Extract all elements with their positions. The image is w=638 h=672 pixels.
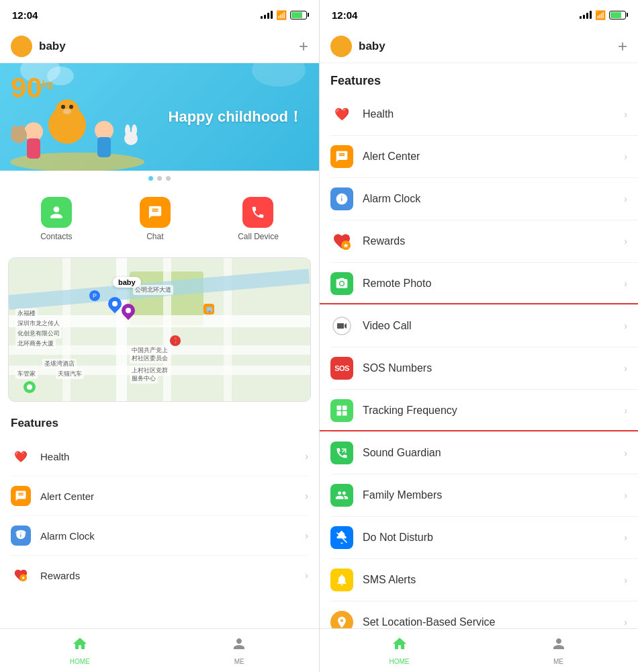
feature-remote-photo-right[interactable]: Remote Photo ›: [330, 263, 638, 305]
right-phone: 12:04 📶 baby + App Store Features: [319, 0, 638, 672]
feature-alert-center-right[interactable]: Alert Center ›: [330, 136, 638, 178]
tab-me-right[interactable]: ME: [479, 629, 638, 672]
features-title-left: Features: [11, 417, 308, 430]
health-name-right: Health: [363, 108, 624, 120]
banner-dots: [0, 171, 319, 186]
map-pin-2: [122, 304, 135, 317]
user-name-right: baby: [359, 40, 618, 53]
health-icon-left: ❤️: [11, 446, 31, 466]
feature-alert-center-left[interactable]: Alert Center ›: [11, 476, 308, 516]
map-label-4: 北环商务大厦: [15, 339, 56, 349]
tab-home-label-right: HOME: [390, 658, 410, 665]
home-icon-left: [72, 636, 88, 656]
feature-health-right[interactable]: ❤️ Health ›: [330, 93, 638, 136]
sms-chevron-right: ›: [624, 575, 627, 585]
svg-point-8: [24, 122, 43, 141]
map-label-8: 车管家: [15, 369, 38, 379]
status-icons-right: 📶: [580, 10, 626, 20]
svg-rect-22: [343, 406, 347, 411]
app-header-right: baby +: [320, 30, 638, 63]
chat-icon: [140, 197, 171, 228]
remote-photo-name-right: Remote Photo: [363, 278, 624, 290]
svg-point-10: [95, 121, 113, 140]
map-label-6: 村社区委员会: [130, 353, 170, 364]
alarm-clock-chevron-left: ›: [305, 530, 308, 541]
map-user-pin: [24, 381, 36, 393]
map-label-11: 服务中心: [130, 374, 158, 384]
feature-rewards-left[interactable]: Rewards ›: [11, 556, 308, 595]
chat-action[interactable]: Chat: [140, 197, 171, 241]
svg-point-7: [63, 109, 71, 114]
banner-characters: [0, 71, 154, 171]
dot-1: [148, 176, 153, 181]
status-time-right: 12:04: [332, 9, 357, 21]
alert-center-name-right: Alert Center: [363, 151, 624, 163]
call-device-label: Call Device: [238, 232, 279, 241]
alert-center-icon-right: [330, 145, 353, 168]
alert-center-name-left: Alert Center: [40, 491, 305, 502]
video-call-chevron-right: ›: [624, 321, 627, 331]
map-icon-1: P: [89, 290, 100, 301]
family-icon-right: [330, 484, 353, 507]
battery-icon-right: [609, 11, 626, 19]
location-icon-right: [330, 611, 353, 628]
dot-2: [157, 176, 162, 181]
svg-point-5: [61, 105, 65, 109]
me-icon-left: [231, 636, 247, 656]
dnd-chevron-right: ›: [624, 532, 627, 543]
alert-center-chevron-left: ›: [305, 491, 308, 501]
feature-sound-guardian-right[interactable]: Sound Guardian ›: [330, 432, 638, 474]
feature-video-call-right[interactable]: Video Call ›: [330, 305, 638, 347]
tab-bar-right: HOME ME: [320, 628, 638, 672]
location-chevron-right: ›: [624, 617, 627, 628]
tab-home-right[interactable]: HOME: [320, 629, 479, 672]
contacts-label: Contacts: [40, 232, 72, 241]
svg-rect-9: [27, 138, 40, 159]
feature-location-right[interactable]: Set Location-Based Service ›: [330, 601, 638, 628]
feature-tracking-right[interactable]: Tracking Frequency ›: [330, 390, 638, 432]
tab-me-left[interactable]: ME: [160, 629, 320, 672]
feature-sos-right[interactable]: SOS SOS Numbers ›: [330, 347, 638, 390]
contacts-action[interactable]: Contacts: [40, 197, 72, 241]
feature-family-right[interactable]: Family Members ›: [330, 474, 638, 517]
feature-alarm-clock-left[interactable]: Alarm Clock ›: [11, 516, 308, 556]
sos-name-right: SOS Numbers: [363, 362, 624, 374]
map-icon-2: 🏢: [203, 304, 214, 314]
call-device-icon: [242, 197, 273, 228]
wifi-icon-left: 📶: [276, 10, 287, 20]
map-label-9: 天猫汽车: [56, 369, 84, 379]
svg-point-13: [125, 124, 130, 136]
rewards-icon-right: [330, 230, 353, 253]
rewards-chevron-left: ›: [305, 570, 308, 581]
tab-home-left[interactable]: HOME: [0, 629, 160, 672]
alert-center-icon-left: [11, 486, 31, 506]
avatar-right: [330, 36, 352, 57]
add-button-right[interactable]: +: [618, 38, 627, 54]
map: baby 公明北环大道 深圳市龙之传人 化创意有限公司 北环商务大厦 中国共产党…: [9, 258, 310, 401]
svg-point-17: [18, 125, 25, 134]
feature-health-left[interactable]: ❤️ Health ›: [11, 437, 308, 476]
remote-photo-chevron-right: ›: [624, 278, 627, 289]
tracking-icon-right: [330, 399, 353, 422]
home-icon-right: [392, 636, 408, 656]
feature-rewards-right[interactable]: Rewards ›: [330, 220, 638, 263]
call-device-action[interactable]: Call Device: [238, 197, 279, 241]
feature-dnd-right[interactable]: Do Not Disturb ›: [330, 517, 638, 559]
alert-center-chevron-right: ›: [624, 151, 627, 162]
signal-icon-left: [261, 11, 273, 19]
map-container[interactable]: baby 公明北环大道 深圳市龙之传人 化创意有限公司 北环商务大厦 中国共产党…: [8, 257, 311, 402]
feature-sms-right[interactable]: SMS Alerts ›: [330, 559, 638, 601]
user-name-left: baby: [39, 40, 299, 53]
features-list-right: ❤️ Health › Alert Center ›: [320, 93, 638, 628]
status-bar-right: 12:04 📶: [320, 0, 638, 30]
banner-text: Happy childhood！: [169, 107, 303, 127]
status-time-left: 12:04: [12, 9, 38, 21]
add-button-left[interactable]: +: [299, 38, 308, 54]
map-icon-3: 📍: [170, 335, 181, 346]
sms-name-right: SMS Alerts: [363, 574, 624, 586]
feature-alarm-clock-right[interactable]: Alarm Clock ›: [330, 178, 638, 220]
dnd-name-right: Do Not Disturb: [363, 532, 624, 544]
sound-guardian-name-right: Sound Guardian: [363, 447, 624, 459]
svg-point-6: [69, 105, 73, 109]
sos-chevron-right: ›: [624, 363, 627, 374]
